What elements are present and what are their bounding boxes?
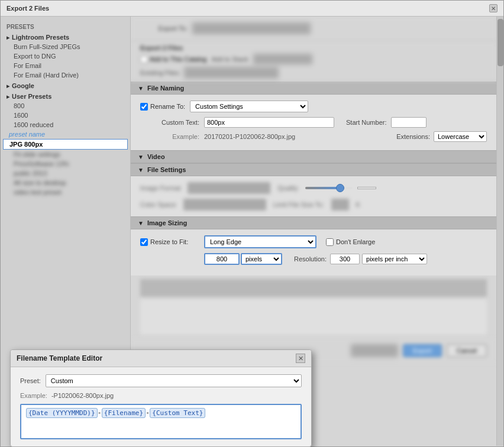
example-value: 20170201-P1020062-800px.jpg xyxy=(204,133,295,140)
export-options-row: Add to This Catalog Add to Stack xyxy=(140,54,487,64)
template-preset-row: Preset: Custom Filename Date - Filename xyxy=(20,374,302,387)
template-close-button[interactable]: ✕ xyxy=(296,354,305,363)
start-number-label: Start Number: xyxy=(346,119,386,126)
dont-enlarge-checkbox[interactable] xyxy=(326,238,334,246)
color-space-label: Color Space xyxy=(140,201,176,208)
video-header[interactable]: Video xyxy=(131,150,496,163)
template-editor-dialog: Filename Template Editor ✕ Preset: Custo… xyxy=(10,349,312,447)
template-example-value: -P1020062-800px.jpg xyxy=(51,392,114,399)
quality-slider-group xyxy=(305,187,376,189)
sidebar-item-1600[interactable]: 1600 xyxy=(1,111,130,120)
sidebar-item-fit[interactable]: Fit slide settings xyxy=(1,150,130,159)
dont-enlarge-label: Don't Enlarge xyxy=(326,238,375,246)
sidebar-item-email[interactable]: For Email xyxy=(1,61,130,70)
sidebar-item-desktop[interactable]: All size to desktop xyxy=(1,178,130,187)
scrollbar[interactable] xyxy=(496,17,503,446)
long-edge-dropdown[interactable]: Long Edge Short Edge Width Height Megapi… xyxy=(204,235,316,248)
scrollbar-thumb xyxy=(497,19,503,66)
add-to-catalog-checkbox[interactable] xyxy=(140,56,148,63)
token-date: {Date (YYYYMMDD)} xyxy=(26,408,98,418)
quality-slider-track[interactable] xyxy=(305,187,353,189)
custom-text-row: Custom Text: 800px Start Number: xyxy=(140,117,487,128)
export-button[interactable]: Export xyxy=(403,344,442,357)
resize-to-fit-label: Resize to Fit: xyxy=(140,238,204,246)
limit-size-unit: K xyxy=(356,201,360,208)
template-titlebar: Filename Template Editor ✕ xyxy=(11,350,311,367)
quality-label: Quality xyxy=(277,184,298,192)
quality-value xyxy=(357,187,376,189)
template-input-area[interactable]: {Date (YYYYMMDD)}-{Filename}-{Custom Tex… xyxy=(20,404,302,439)
sidebar-item-price[interactable]: PriceSoftware 13% xyxy=(1,159,130,169)
export-to-bar: Export To: xyxy=(131,17,496,42)
pixels-unit-dropdown[interactable]: pixels inches cm xyxy=(241,253,282,265)
image-sizing-header[interactable]: Image Sizing xyxy=(131,216,496,229)
example-row: Example: 20170201-P1020062-800px.jpg xyxy=(140,133,295,140)
export-files-section: Export 2 Files Add to This Catalog Add t… xyxy=(131,42,496,82)
pixels-row: 800 pixels inches cm Resolution: 300 pix… xyxy=(204,253,487,265)
rename-to-checkbox[interactable] xyxy=(140,103,148,111)
template-body: Preset: Custom Filename Date - Filename … xyxy=(11,367,311,446)
resize-to-fit-row: Resize to Fit: Long Edge Short Edge Widt… xyxy=(140,235,487,248)
image-format-label: Image Format xyxy=(140,184,180,192)
extensions-group: Extensions: Lowercase Uppercase xyxy=(396,131,487,142)
preset-name-hint: preset name xyxy=(1,129,130,139)
export-to-value xyxy=(192,22,311,34)
file-naming-header[interactable]: File Naming xyxy=(131,82,496,95)
quality-slider-thumb xyxy=(336,184,344,192)
token-filename: {Filename} xyxy=(102,408,146,418)
sidebar-item-burn[interactable]: Burn Full-Sized JPEGs xyxy=(1,42,130,51)
extensions-dropdown[interactable]: Lowercase Uppercase xyxy=(434,131,487,142)
start-number-input[interactable] xyxy=(391,117,427,128)
sidebar-item-800[interactable]: 800 xyxy=(1,101,130,111)
google-header[interactable]: Google xyxy=(1,80,130,90)
file-settings-row2: Color Space Limit File Size To: K xyxy=(140,199,487,210)
resolution-unit-dropdown[interactable]: pixels per inch pixels per cm xyxy=(362,254,427,264)
export-dialog: Export 2 Files ✕ Presets Lightroom Prese… xyxy=(0,0,504,447)
sidebar-item-public[interactable]: public 2013 xyxy=(1,169,130,178)
example-label: Example: xyxy=(140,133,199,140)
file-settings-header[interactable]: File Settings xyxy=(131,163,496,176)
extra-sections xyxy=(131,276,496,338)
existing-files-value xyxy=(184,67,279,79)
import-btn xyxy=(351,344,398,357)
export-to-label: Export To: xyxy=(140,25,188,32)
token-custom-text: {Custom Text} xyxy=(150,408,205,418)
example-extensions-row: Example: 20170201-P1020062-800px.jpg Ext… xyxy=(140,131,487,142)
lightroom-presets-header[interactable]: Lightroom Presets xyxy=(1,31,130,42)
sidebar-item-1600r[interactable]: 1600 reduced xyxy=(1,120,130,129)
resize-to-fit-checkbox[interactable] xyxy=(140,238,148,246)
file-settings-content: Image Format Quality Color Space xyxy=(131,176,496,216)
rename-to-label: Rename To: xyxy=(140,103,185,111)
custom-text-input[interactable]: 800px xyxy=(204,117,334,128)
extensions-label: Extensions: xyxy=(396,133,430,140)
rename-to-dropdown[interactable]: Custom Settings xyxy=(190,101,308,112)
add-to-stack-btn xyxy=(253,54,312,64)
presets-section-label: Presets xyxy=(1,21,130,31)
pixels-input[interactable]: 800 xyxy=(204,253,240,265)
dialog-close-button[interactable]: ✕ xyxy=(489,4,497,12)
template-preset-dropdown[interactable]: Custom Filename Date - Filename xyxy=(46,374,302,387)
resolution-label: Resolution: xyxy=(294,255,327,263)
sidebar-item-jpg800[interactable]: JPG 800px xyxy=(3,139,128,150)
add-to-stack-label: Add to Stack xyxy=(211,56,248,63)
image-format-value xyxy=(188,182,270,194)
resolution-input[interactable]: 300 xyxy=(330,254,360,264)
template-example-label: Example: xyxy=(20,392,47,399)
user-presets-header[interactable]: User Presets xyxy=(1,90,130,101)
sidebar-item-dng[interactable]: Export to DNG xyxy=(1,51,130,61)
sidebar-item-email-hd[interactable]: For Email (Hard Drive) xyxy=(1,70,130,80)
color-space-value xyxy=(183,199,266,210)
rename-to-row: Rename To: Custom Settings xyxy=(140,101,487,112)
cancel-button[interactable]: Cancel xyxy=(447,344,487,357)
file-naming-content: Rename To: Custom Settings Custom Text: … xyxy=(131,95,496,150)
template-title: Filename Template Editor xyxy=(17,354,102,362)
sidebar-item-video[interactable]: video test preset xyxy=(1,187,130,197)
custom-text-label: Custom Text: xyxy=(140,119,199,126)
export-files-label: Export 2 Files xyxy=(140,44,487,51)
existing-files-row: Existing Files: xyxy=(140,67,487,79)
dialog-title: Export 2 Files xyxy=(7,5,49,12)
add-to-catalog-check: Add to This Catalog xyxy=(140,56,206,63)
template-preset-label: Preset: xyxy=(20,377,41,384)
export-to-row: Export To: xyxy=(140,22,487,34)
file-settings-row1: Image Format Quality xyxy=(140,182,487,194)
